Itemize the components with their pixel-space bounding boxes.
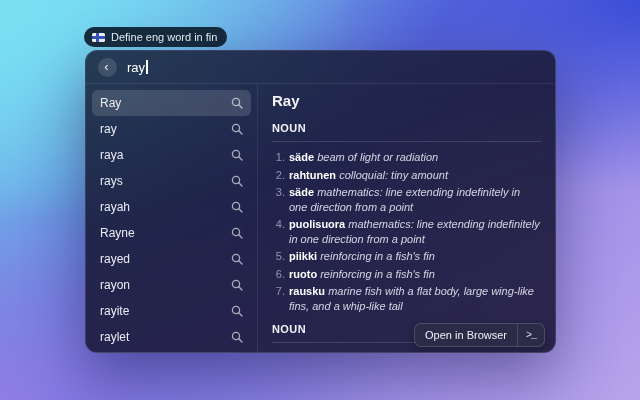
suggestion-label: rayon <box>100 278 130 292</box>
finland-flag-icon <box>92 33 105 42</box>
command-badge[interactable]: Define eng word in fin <box>84 27 227 47</box>
suggestion-item[interactable]: rayite <box>92 298 251 324</box>
suggestion-label: rays <box>100 174 123 188</box>
definition-text: rausku marine fish with a flat body, lar… <box>289 284 541 313</box>
detail-title: Ray <box>272 92 541 110</box>
definition-item: 2.rahtunen colloquial: tiny amount <box>272 168 541 183</box>
search-icon <box>231 201 243 213</box>
section-divider <box>272 141 541 142</box>
definition-item: 6.ruoto reinforcing in a fish's fin <box>272 267 541 282</box>
open-in-browser-label: Open in Browser <box>415 329 517 341</box>
suggestion-item[interactable]: Ray <box>92 90 251 116</box>
definition-number: 6. <box>272 267 289 282</box>
suggestion-item[interactable]: rayed <box>92 246 251 272</box>
search-icon <box>231 331 243 343</box>
search-icon <box>231 97 243 109</box>
definition-list: 1.säde beam of light or radiation2.rahtu… <box>272 150 541 313</box>
definition-number: 3. <box>272 185 289 214</box>
definition-number: 4. <box>272 217 289 246</box>
definition-text: piikki reinforcing in a fish's fin <box>289 249 541 264</box>
definition-text: rahtunen colloquial: tiny amount <box>289 168 541 183</box>
search-icon <box>231 227 243 239</box>
search-icon <box>231 253 243 265</box>
definition-number: 1. <box>272 150 289 165</box>
suggestion-label: Ray <box>100 96 121 110</box>
terminal-prompt-icon: >_ <box>518 330 544 341</box>
definition-item: 1.säde beam of light or radiation <box>272 150 541 165</box>
suggestion-list: RayrayrayaraysrayahRaynerayedrayonrayite… <box>86 84 258 353</box>
suggestion-label: ray <box>100 122 117 136</box>
definition-text: ruoto reinforcing in a fish's fin <box>289 267 541 282</box>
suggestion-label: Rayne <box>100 226 135 240</box>
clipped-definition-line: A beam of light or radiation <box>272 351 541 353</box>
suggestion-label: rayed <box>100 252 130 266</box>
definition-item: 4.puolisuora mathematics: line extending… <box>272 217 541 246</box>
definition-number: 2. <box>272 168 289 183</box>
suggestion-label: rayah <box>100 200 130 214</box>
search-bar: ‹ ray <box>86 51 555 84</box>
chevron-left-icon: ‹ <box>104 60 108 73</box>
suggestion-item[interactable]: rayon <box>92 272 251 298</box>
suggestion-item[interactable]: Rayne <box>92 220 251 246</box>
suggestion-label: raya <box>100 148 123 162</box>
suggestion-item[interactable]: rays <box>92 168 251 194</box>
search-icon <box>231 175 243 187</box>
main-content: RayrayrayaraysrayahRaynerayedrayonrayite… <box>86 84 555 353</box>
definition-number: 5. <box>272 249 289 264</box>
suggestion-label: raylet <box>100 330 129 344</box>
suggestion-item[interactable]: raya <box>92 142 251 168</box>
definition-text: puolisuora mathematics: line extending i… <box>289 217 541 246</box>
definition-number: 7. <box>272 284 289 313</box>
definition-text: säde mathematics: line extending indefin… <box>289 185 541 214</box>
search-icon <box>231 149 243 161</box>
open-in-browser-button[interactable]: Open in Browser >_ <box>414 323 545 347</box>
text-caret <box>146 60 148 74</box>
back-button[interactable]: ‹ <box>98 58 117 77</box>
suggestion-item[interactable]: raylet <box>92 324 251 350</box>
definition-item: 5.piikki reinforcing in a fish's fin <box>272 249 541 264</box>
suggestion-item[interactable]: rayah <box>92 194 251 220</box>
definition-text: säde beam of light or radiation <box>289 150 541 165</box>
search-icon <box>231 279 243 291</box>
search-input[interactable]: ray <box>127 60 148 75</box>
suggestion-label: rayite <box>100 304 129 318</box>
desktop-background: Define eng word in fin ‹ ray Rayrayrayar… <box>0 0 640 400</box>
command-badge-label: Define eng word in fin <box>111 31 217 43</box>
search-icon <box>231 305 243 317</box>
noun-section-header: NOUN <box>272 122 541 135</box>
definition-item: 3.säde mathematics: line extending indef… <box>272 185 541 214</box>
definition-item: 7.rausku marine fish with a flat body, l… <box>272 284 541 313</box>
suggestion-item[interactable]: ray <box>92 116 251 142</box>
detail-pane: Ray NOUN 1.säde beam of light or radiati… <box>258 84 555 353</box>
launcher-window: ‹ ray RayrayrayaraysrayahRaynerayedrayon… <box>85 50 556 353</box>
search-icon <box>231 123 243 135</box>
search-input-value: ray <box>127 60 145 75</box>
